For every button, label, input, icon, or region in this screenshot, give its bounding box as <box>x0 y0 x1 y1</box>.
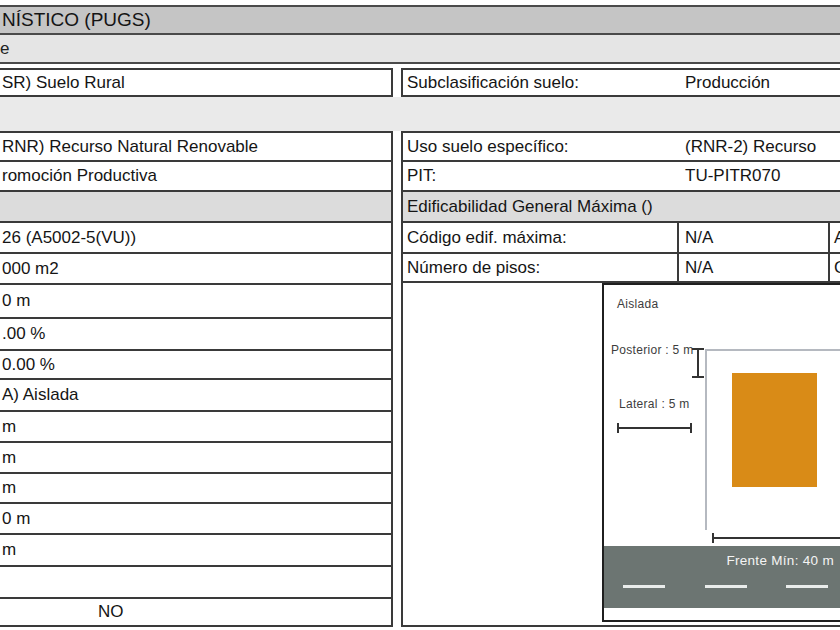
table-row: m <box>0 410 393 441</box>
field-value: Producción <box>685 70 770 95</box>
table-row: 0 m <box>0 502 393 533</box>
report-title-band: NÍSTICO (PUGS) <box>0 5 840 35</box>
table-row-header <box>0 190 393 221</box>
right-column-divider <box>828 221 830 283</box>
field-label: Número de pisos: <box>407 258 540 278</box>
cell-tratamiento: romoción Productiva <box>2 166 157 186</box>
section-separator <box>0 97 840 131</box>
cell-frente-minimo: 0 m <box>2 291 30 311</box>
cell-retiro-frontal: m <box>2 417 16 437</box>
table-row: 000 m2 <box>0 252 393 283</box>
posterior-setback-label: Posterior : 5 m <box>611 343 694 357</box>
next-column-fragment: C <box>834 254 840 281</box>
table-row: m <box>0 441 393 472</box>
value-column-divider <box>677 221 679 283</box>
frente-dimension-line <box>712 533 840 543</box>
lateral-measure-icon <box>617 423 692 433</box>
road-lane-dash <box>786 585 828 588</box>
table-bottom-border <box>401 625 840 627</box>
cell-no-value: NO <box>98 602 124 622</box>
table-row: Código edif. máxima: N/A A <box>401 221 840 252</box>
implantation-type-label: Aislada <box>617 297 658 311</box>
cell-otros: m <box>2 540 16 560</box>
table-row: .00 % <box>0 317 393 349</box>
next-column-fragment: A <box>834 223 840 252</box>
cell-retiro-posterior: m <box>2 478 16 498</box>
building-footprint <box>732 373 817 487</box>
field-value: TU-PITR070 <box>685 162 780 190</box>
table-row: Uso suelo específico: (RNR-2) Recurso <box>401 131 840 160</box>
section-header-label: Edificabilidad General Máxima () <box>407 197 653 217</box>
field-value: N/A <box>685 223 713 252</box>
field-value: (RNR-2) Recurso <box>685 133 816 160</box>
report-subtitle-band: e <box>0 35 840 64</box>
cell-codigo: 26 (A5002-5(VU)) <box>2 228 136 248</box>
table-row: m <box>0 472 393 502</box>
table-row: Número de pisos: N/A C <box>401 252 840 283</box>
table-row: 26 (A5002-5(VU)) <box>0 221 393 252</box>
table-row: Subclasificación suelo: Producción <box>401 68 840 97</box>
table-row: 0.00 % <box>0 349 393 378</box>
pugs-report-page: NÍSTICO (PUGS) e SR) Suelo Rural RNR) Re… <box>0 0 840 630</box>
field-label: Subclasificación suelo: <box>407 73 579 93</box>
table-row: PIT: TU-PITR070 <box>401 160 840 190</box>
road-lane-dash <box>705 585 747 588</box>
posterior-measure-icon <box>692 348 704 378</box>
cell-cus: 0.00 % <box>2 355 55 375</box>
table-row: SR) Suelo Rural <box>0 68 393 97</box>
table-row: 0 m <box>0 283 393 317</box>
cell-uso-general: RNR) Recurso Natural Renovable <box>2 137 258 157</box>
right-area-left-border <box>401 283 403 627</box>
table-row <box>0 565 393 597</box>
field-label: Uso suelo específico: <box>407 137 569 157</box>
implantation-diagram: Aislada Posterior : 5 m Lateral : 5 m Fr… <box>602 283 840 622</box>
frente-min-label: Frente Mín: 40 m <box>726 553 834 568</box>
table-row: romoción Productiva <box>0 160 393 190</box>
field-label: Código edif. máxima: <box>407 228 567 248</box>
road: Frente Mín: 40 m <box>604 546 840 608</box>
report-title: NÍSTICO (PUGS) <box>2 9 151 31</box>
road-lane-dash <box>623 585 665 588</box>
cell-retiro-lateral: m <box>2 448 16 468</box>
table-row: NO <box>0 597 393 627</box>
cell-implantacion: A) Aislada <box>2 385 79 405</box>
cell-lote-minimo: 000 m2 <box>2 259 59 279</box>
cell-altura: 0 m <box>2 509 30 529</box>
field-value: N/A <box>685 254 713 281</box>
field-label: PIT: <box>407 166 436 186</box>
cell-cos: .00 % <box>2 324 45 344</box>
table-row: RNR) Recurso Natural Renovable <box>0 131 393 160</box>
report-subtitle: e <box>0 39 9 59</box>
table-row: A) Aislada <box>0 378 393 410</box>
table-row: m <box>0 533 393 565</box>
lateral-setback-label: Lateral : 5 m <box>619 397 690 411</box>
cell-clasificacion-suelo: SR) Suelo Rural <box>2 73 125 93</box>
section-header-row: Edificabilidad General Máxima () <box>401 190 840 221</box>
